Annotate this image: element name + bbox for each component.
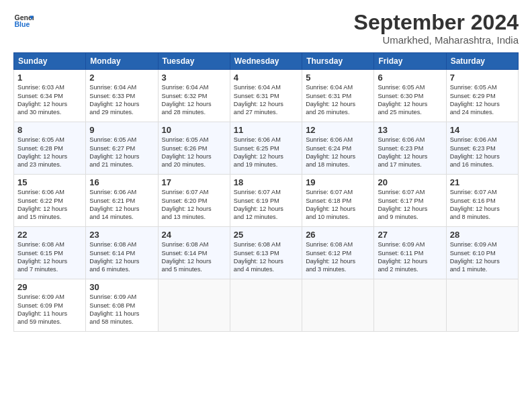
table-row: 8Sunrise: 6:05 AM Sunset: 6:28 PM Daylig… bbox=[14, 122, 86, 175]
day-number: 1 bbox=[17, 73, 82, 83]
calendar-header-row: Sunday Monday Tuesday Wednesday Thursday… bbox=[14, 53, 519, 70]
day-number: 10 bbox=[162, 125, 226, 135]
cell-content: Sunrise: 6:04 AM Sunset: 6:31 PM Dayligh… bbox=[234, 83, 298, 117]
table-row: 21Sunrise: 6:07 AM Sunset: 6:16 PM Dayli… bbox=[446, 175, 518, 227]
day-number: 7 bbox=[450, 73, 515, 83]
day-number: 3 bbox=[162, 73, 226, 83]
title-block: September 2024 Umarkhed, Maharashtra, In… bbox=[354, 11, 519, 46]
day-number: 21 bbox=[450, 177, 515, 187]
day-number: 26 bbox=[306, 230, 370, 240]
table-row: 22Sunrise: 6:08 AM Sunset: 6:15 PM Dayli… bbox=[14, 227, 86, 279]
col-sunday: Sunday bbox=[14, 53, 86, 70]
logo-icon: General Blue bbox=[13, 11, 34, 31]
table-row: 18Sunrise: 6:07 AM Sunset: 6:19 PM Dayli… bbox=[230, 175, 302, 227]
day-number: 17 bbox=[162, 177, 226, 187]
cell-content: Sunrise: 6:08 AM Sunset: 6:12 PM Dayligh… bbox=[306, 240, 370, 274]
cell-content: Sunrise: 6:07 AM Sunset: 6:20 PM Dayligh… bbox=[162, 188, 226, 222]
cell-content: Sunrise: 6:04 AM Sunset: 6:31 PM Dayligh… bbox=[306, 83, 370, 117]
svg-text:Blue: Blue bbox=[15, 20, 30, 28]
table-row: 24Sunrise: 6:08 AM Sunset: 6:14 PM Dayli… bbox=[158, 227, 230, 279]
cell-content: Sunrise: 6:05 AM Sunset: 6:30 PM Dayligh… bbox=[378, 83, 442, 117]
table-row: 29Sunrise: 6:09 AM Sunset: 6:09 PM Dayli… bbox=[14, 279, 86, 332]
table-row: 9Sunrise: 6:05 AM Sunset: 6:27 PM Daylig… bbox=[86, 122, 158, 175]
cell-content: Sunrise: 6:06 AM Sunset: 6:25 PM Dayligh… bbox=[234, 136, 298, 169]
table-row: 25Sunrise: 6:08 AM Sunset: 6:13 PM Dayli… bbox=[230, 227, 302, 279]
table-row: 20Sunrise: 6:07 AM Sunset: 6:17 PM Dayli… bbox=[374, 175, 446, 227]
table-row: 26Sunrise: 6:08 AM Sunset: 6:12 PM Dayli… bbox=[302, 227, 374, 279]
cell-content: Sunrise: 6:09 AM Sunset: 6:11 PM Dayligh… bbox=[378, 240, 442, 274]
day-number: 25 bbox=[234, 230, 298, 240]
table-row: 15Sunrise: 6:06 AM Sunset: 6:22 PM Dayli… bbox=[14, 175, 86, 227]
table-row: 17Sunrise: 6:07 AM Sunset: 6:20 PM Dayli… bbox=[158, 175, 230, 227]
day-number: 28 bbox=[450, 230, 515, 240]
cell-content: Sunrise: 6:06 AM Sunset: 6:23 PM Dayligh… bbox=[450, 136, 515, 169]
table-row: 13Sunrise: 6:06 AM Sunset: 6:23 PM Dayli… bbox=[374, 122, 446, 175]
table-row: 5Sunrise: 6:04 AM Sunset: 6:31 PM Daylig… bbox=[302, 70, 374, 122]
col-friday: Friday bbox=[374, 53, 446, 70]
table-row: 14Sunrise: 6:06 AM Sunset: 6:23 PM Dayli… bbox=[446, 122, 518, 175]
cell-content: Sunrise: 6:07 AM Sunset: 6:16 PM Dayligh… bbox=[450, 188, 515, 222]
calendar-week-row: 1Sunrise: 6:03 AM Sunset: 6:34 PM Daylig… bbox=[14, 70, 519, 122]
col-wednesday: Wednesday bbox=[230, 53, 302, 70]
col-monday: Monday bbox=[86, 53, 158, 70]
table-row: 3Sunrise: 6:04 AM Sunset: 6:32 PM Daylig… bbox=[158, 70, 230, 122]
day-number: 29 bbox=[17, 282, 82, 292]
cell-content: Sunrise: 6:05 AM Sunset: 6:27 PM Dayligh… bbox=[89, 136, 154, 169]
day-number: 19 bbox=[306, 177, 370, 187]
table-row: 11Sunrise: 6:06 AM Sunset: 6:25 PM Dayli… bbox=[230, 122, 302, 175]
subtitle: Umarkhed, Maharashtra, India bbox=[354, 34, 519, 46]
page: General Blue September 2024 Umarkhed, Ma… bbox=[0, 0, 532, 411]
cell-content: Sunrise: 6:07 AM Sunset: 6:18 PM Dayligh… bbox=[306, 188, 370, 222]
cell-content: Sunrise: 6:05 AM Sunset: 6:29 PM Dayligh… bbox=[450, 83, 515, 117]
table-row bbox=[158, 279, 230, 332]
cell-content: Sunrise: 6:08 AM Sunset: 6:14 PM Dayligh… bbox=[89, 240, 154, 274]
day-number: 11 bbox=[234, 125, 298, 135]
calendar-week-row: 22Sunrise: 6:08 AM Sunset: 6:15 PM Dayli… bbox=[14, 227, 519, 279]
day-number: 22 bbox=[17, 230, 82, 240]
calendar: Sunday Monday Tuesday Wednesday Thursday… bbox=[13, 52, 519, 332]
cell-content: Sunrise: 6:08 AM Sunset: 6:15 PM Dayligh… bbox=[17, 240, 82, 274]
cell-content: Sunrise: 6:09 AM Sunset: 6:09 PM Dayligh… bbox=[17, 293, 82, 326]
cell-content: Sunrise: 6:06 AM Sunset: 6:21 PM Dayligh… bbox=[89, 188, 154, 222]
cell-content: Sunrise: 6:06 AM Sunset: 6:22 PM Dayligh… bbox=[17, 188, 82, 222]
day-number: 6 bbox=[378, 73, 442, 83]
cell-content: Sunrise: 6:08 AM Sunset: 6:13 PM Dayligh… bbox=[234, 240, 298, 274]
cell-content: Sunrise: 6:04 AM Sunset: 6:32 PM Dayligh… bbox=[162, 83, 226, 117]
table-row: 7Sunrise: 6:05 AM Sunset: 6:29 PM Daylig… bbox=[446, 70, 518, 122]
table-row bbox=[446, 279, 518, 332]
table-row bbox=[230, 279, 302, 332]
day-number: 14 bbox=[450, 125, 515, 135]
cell-content: Sunrise: 6:06 AM Sunset: 6:23 PM Dayligh… bbox=[378, 136, 442, 169]
cell-content: Sunrise: 6:05 AM Sunset: 6:26 PM Dayligh… bbox=[162, 136, 226, 169]
table-row: 27Sunrise: 6:09 AM Sunset: 6:11 PM Dayli… bbox=[374, 227, 446, 279]
calendar-week-row: 29Sunrise: 6:09 AM Sunset: 6:09 PM Dayli… bbox=[14, 279, 519, 332]
month-title: September 2024 bbox=[354, 11, 519, 34]
calendar-week-row: 15Sunrise: 6:06 AM Sunset: 6:22 PM Dayli… bbox=[14, 175, 519, 227]
day-number: 2 bbox=[89, 73, 154, 83]
cell-content: Sunrise: 6:07 AM Sunset: 6:19 PM Dayligh… bbox=[234, 188, 298, 222]
table-row: 19Sunrise: 6:07 AM Sunset: 6:18 PM Dayli… bbox=[302, 175, 374, 227]
day-number: 24 bbox=[162, 230, 226, 240]
day-number: 9 bbox=[89, 125, 154, 135]
day-number: 13 bbox=[378, 125, 442, 135]
day-number: 20 bbox=[378, 177, 442, 187]
logo: General Blue bbox=[13, 11, 34, 31]
calendar-week-row: 8Sunrise: 6:05 AM Sunset: 6:28 PM Daylig… bbox=[14, 122, 519, 175]
table-row: 28Sunrise: 6:09 AM Sunset: 6:10 PM Dayli… bbox=[446, 227, 518, 279]
table-row bbox=[374, 279, 446, 332]
cell-content: Sunrise: 6:03 AM Sunset: 6:34 PM Dayligh… bbox=[17, 83, 82, 117]
table-row: 12Sunrise: 6:06 AM Sunset: 6:24 PM Dayli… bbox=[302, 122, 374, 175]
day-number: 30 bbox=[89, 282, 154, 292]
table-row: 2Sunrise: 6:04 AM Sunset: 6:33 PM Daylig… bbox=[86, 70, 158, 122]
cell-content: Sunrise: 6:08 AM Sunset: 6:14 PM Dayligh… bbox=[162, 240, 226, 274]
cell-content: Sunrise: 6:05 AM Sunset: 6:28 PM Dayligh… bbox=[17, 136, 82, 169]
col-saturday: Saturday bbox=[446, 53, 518, 70]
cell-content: Sunrise: 6:06 AM Sunset: 6:24 PM Dayligh… bbox=[306, 136, 370, 169]
day-number: 8 bbox=[17, 125, 82, 135]
cell-content: Sunrise: 6:04 AM Sunset: 6:33 PM Dayligh… bbox=[89, 83, 154, 117]
table-row: 30Sunrise: 6:09 AM Sunset: 6:08 PM Dayli… bbox=[86, 279, 158, 332]
table-row: 6Sunrise: 6:05 AM Sunset: 6:30 PM Daylig… bbox=[374, 70, 446, 122]
header: General Blue September 2024 Umarkhed, Ma… bbox=[13, 11, 519, 46]
day-number: 12 bbox=[306, 125, 370, 135]
day-number: 5 bbox=[306, 73, 370, 83]
